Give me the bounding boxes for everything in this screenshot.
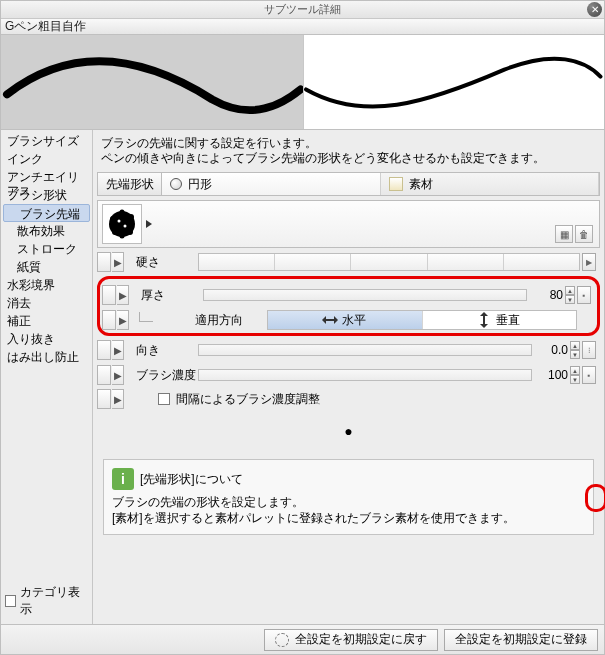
density-toggle[interactable] (97, 365, 111, 385)
density-disclose-icon[interactable]: ▶ (112, 365, 124, 385)
highlight-annotation-right (585, 484, 605, 512)
direction-extra[interactable]: ⁝ (582, 341, 596, 359)
recycle-icon (275, 633, 289, 647)
svg-point-8 (124, 225, 127, 228)
info-box: i [先端形状]について ブラシの先端の形状を設定します。 [素材]を選択すると… (103, 459, 594, 535)
sidebar-item-10[interactable]: 補正 (1, 312, 92, 330)
direction-value: 0.0 (536, 343, 570, 357)
thickness-slider[interactable] (203, 289, 527, 301)
tool-name: Gペン粗目自作 (1, 19, 604, 35)
density-stepper[interactable]: ▲▼ (570, 366, 580, 384)
density-slider[interactable] (198, 369, 532, 381)
thickness-stepper[interactable]: ▲▼ (565, 286, 575, 304)
svg-point-1 (110, 216, 116, 222)
thickness-row: ▶ 厚さ 80 ▲▼ ▪ (102, 284, 595, 306)
sidebar-item-3[interactable]: ブラシ形状 (1, 186, 92, 204)
reset-all-button[interactable]: 全設定を初期設定に戻す (264, 629, 438, 651)
brush-tip-delete[interactable]: 🗑 (575, 225, 593, 243)
svg-point-6 (120, 234, 125, 239)
direction-disclose-icon[interactable]: ▶ (112, 340, 124, 360)
hardness-disclose-icon[interactable]: ▶ (112, 252, 124, 272)
tip-shape-material[interactable]: 素材 (381, 173, 600, 195)
brush-tip-add[interactable]: ▦ (555, 225, 573, 243)
horizontal-icon (324, 314, 336, 326)
density-gap-toggle[interactable] (97, 389, 111, 409)
svg-point-7 (118, 220, 121, 223)
sidebar-item-9[interactable]: 消去 (1, 294, 92, 312)
sidebar-item-4[interactable]: ブラシ先端 (3, 204, 90, 222)
titlebar: サブツール詳細 ✕ (1, 1, 604, 19)
brush-tip-preview-row: ▦ 🗑 (97, 200, 600, 248)
close-icon[interactable]: ✕ (587, 2, 602, 17)
density-extra[interactable]: ▪ (582, 366, 596, 384)
brush-preview (1, 35, 604, 130)
category-display-label: カテゴリ表示 (20, 584, 88, 618)
material-icon (389, 177, 403, 191)
apply-dir-horizontal[interactable]: 水平 (268, 311, 423, 329)
sidebar-item-7[interactable]: 紙質 (1, 258, 92, 276)
footer: 全設定を初期設定に戻す 全設定を初期設定に登録 (1, 624, 604, 654)
window-title: サブツール詳細 (264, 2, 341, 17)
vertical-icon (478, 314, 490, 326)
hardness-row: ▶ 硬さ ▶ (97, 251, 600, 273)
svg-point-5 (120, 210, 125, 215)
tip-shape-circle[interactable]: 円形 (162, 173, 381, 195)
description: ブラシの先端に関する設定を行います。 ペンの傾きや向きによってブラシ先端の形状を… (97, 134, 600, 172)
hardness-label: 硬さ (128, 254, 198, 271)
sidebar-item-12[interactable]: はみ出し防止 (1, 348, 92, 366)
thickness-label: 厚さ (133, 287, 203, 304)
density-gap-label: 間隔によるブラシ濃度調整 (176, 391, 320, 408)
sidebar-item-11[interactable]: 入り抜き (1, 330, 92, 348)
info-icon: i (112, 468, 134, 490)
density-label: ブラシ濃度 (128, 367, 198, 384)
density-gap-row: ▶ 間隔によるブラシ濃度調整 (97, 389, 600, 409)
category-display-checkbox[interactable] (5, 595, 16, 607)
tip-shape-row: 先端形状 円形 素材 (97, 172, 600, 196)
sidebar-item-8[interactable]: 水彩境界 (1, 276, 92, 294)
thickness-extra[interactable]: ▪ (577, 286, 591, 304)
apply-dir-vertical[interactable]: 垂直 (423, 311, 577, 329)
svg-point-4 (127, 229, 133, 235)
tree-line-icon (139, 312, 153, 322)
svg-point-3 (112, 229, 118, 235)
apply-dir-label: 適用方向 (157, 312, 267, 329)
apply-dir-disclose-icon[interactable]: ▶ (117, 310, 129, 330)
thickness-value: 80 (531, 288, 565, 302)
info-title-text: [先端形状]について (140, 471, 243, 487)
category-sidebar: ブラシサイズインクアンチエイリアスブラシ形状ブラシ先端散布効果ストローク紙質水彩… (1, 130, 93, 624)
thickness-disclose-icon[interactable]: ▶ (117, 285, 129, 305)
apply-direction-row: ▶ 適用方向 水平 垂直 (102, 309, 595, 331)
sidebar-item-5[interactable]: 散布効果 (1, 222, 92, 240)
direction-stepper[interactable]: ▲▼ (570, 341, 580, 359)
direction-toggle[interactable] (97, 340, 111, 360)
thickness-toggle[interactable] (102, 285, 116, 305)
hardness-arrow-right[interactable]: ▶ (582, 253, 596, 271)
register-all-button[interactable]: 全設定を初期設定に登録 (444, 629, 598, 651)
direction-row: ▶ 向き 0.0 ▲▼ ⁝ (97, 339, 600, 361)
direction-label: 向き (128, 342, 198, 359)
density-value: 100 (536, 368, 570, 382)
apply-dir-toggle[interactable] (102, 310, 116, 330)
tip-shape-label: 先端形状 (98, 173, 162, 195)
sidebar-item-2[interactable]: アンチエイリアス (1, 168, 92, 186)
density-row: ▶ ブラシ濃度 100 ▲▼ ▪ (97, 364, 600, 386)
sidebar-item-1[interactable]: インク (1, 150, 92, 168)
brush-tip-swatch[interactable] (102, 204, 142, 244)
sidebar-item-0[interactable]: ブラシサイズ (1, 132, 92, 150)
direction-slider[interactable] (198, 344, 532, 356)
density-gap-disclose-icon[interactable]: ▶ (112, 389, 124, 409)
circle-icon (170, 178, 182, 190)
highlight-annotation: ▶ 厚さ 80 ▲▼ ▪ ▶ 適用方向 水平 (97, 276, 600, 336)
hardness-selector[interactable] (198, 253, 580, 271)
sidebar-item-6[interactable]: ストローク (1, 240, 92, 258)
density-gap-checkbox[interactable] (158, 393, 170, 405)
svg-point-2 (128, 214, 134, 220)
brush-dot-preview: ● (97, 423, 600, 439)
brush-tip-next-icon[interactable] (146, 220, 152, 228)
hardness-toggle[interactable] (97, 252, 111, 272)
